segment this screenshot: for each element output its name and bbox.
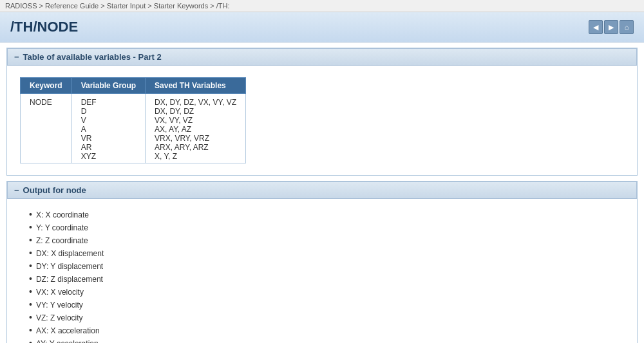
list-item: AY: Y acceleration bbox=[29, 337, 628, 343]
variables-table: Keyword Variable Group Saved TH Variable… bbox=[20, 77, 246, 163]
output-collapse-icon[interactable]: − bbox=[14, 185, 19, 195]
nav-buttons: ◀ ▶ ⌂ bbox=[589, 20, 634, 34]
collapse-icon[interactable]: − bbox=[14, 52, 19, 62]
table-keyword-cell: NODE bbox=[21, 94, 72, 163]
table-saved-cell: DX, DY, DZ, VX, VY, VZDX, DY, DZVX, VY, … bbox=[146, 94, 246, 163]
list-item: Z: Z coordinate bbox=[29, 234, 628, 246]
list-item: AX: X acceleration bbox=[29, 324, 628, 337]
col-variable-group: Variable Group bbox=[71, 78, 145, 94]
nav-back-button[interactable]: ◀ bbox=[589, 20, 603, 34]
output-section: − Output for node X: X coordinateY: Y co… bbox=[6, 181, 638, 343]
main-content: − Table of available variables - Part 2 … bbox=[0, 48, 644, 343]
table-row: A bbox=[81, 125, 136, 134]
table-section-header: − Table of available variables - Part 2 bbox=[7, 48, 637, 66]
breadcrumb: RADIOSS > Reference Guide > Starter Inpu… bbox=[0, 0, 644, 12]
list-item: Y: Y coordinate bbox=[29, 221, 628, 234]
table-row: DX, DY, DZ bbox=[155, 107, 236, 116]
table-row: XYZ bbox=[81, 152, 136, 161]
output-section-title: Output for node bbox=[23, 185, 86, 195]
nav-home-button[interactable]: ⌂ bbox=[620, 20, 634, 34]
output-section-header: − Output for node bbox=[7, 181, 637, 199]
list-item: VY: Y velocity bbox=[29, 298, 628, 311]
output-section-body: X: X coordinateY: Y coordinateZ: Z coord… bbox=[7, 199, 637, 343]
output-list: X: X coordinateY: Y coordinateZ: Z coord… bbox=[16, 205, 628, 343]
table-row: VRX, VRY, VRZ bbox=[155, 134, 236, 143]
col-saved-th: Saved TH Variables bbox=[146, 78, 246, 94]
table-row: ARX, ARY, ARZ bbox=[155, 143, 236, 152]
list-item: DZ: Z displacement bbox=[29, 272, 628, 285]
page-title: /TH/NODE bbox=[10, 19, 78, 35]
table-row: VR bbox=[81, 134, 136, 143]
table-section: − Table of available variables - Part 2 … bbox=[6, 48, 638, 176]
table-row: X, Y, Z bbox=[155, 152, 236, 161]
table-section-body: Keyword Variable Group Saved TH Variable… bbox=[7, 66, 637, 175]
table-row: D bbox=[81, 107, 136, 116]
table-groups-cell: DEFDVAVRARXYZ bbox=[71, 94, 145, 163]
list-item: VX: X velocity bbox=[29, 285, 628, 298]
table-row: DEF bbox=[81, 98, 136, 107]
table-row: DX, DY, DZ, VX, VY, VZ bbox=[155, 98, 236, 107]
col-keyword: Keyword bbox=[21, 78, 72, 94]
page-header: /TH/NODE ◀ ▶ ⌂ bbox=[0, 12, 644, 42]
list-item: X: X coordinate bbox=[29, 208, 628, 221]
list-item: DY: Y displacement bbox=[29, 259, 628, 272]
table-row: VX, VY, VZ bbox=[155, 116, 236, 125]
table-section-title: Table of available variables - Part 2 bbox=[23, 52, 162, 62]
table-row: AX, AY, AZ bbox=[155, 125, 236, 134]
list-item: VZ: Z velocity bbox=[29, 311, 628, 324]
list-item: DX: X displacement bbox=[29, 246, 628, 259]
table-row: AR bbox=[81, 143, 136, 152]
nav-forward-button[interactable]: ▶ bbox=[604, 20, 618, 34]
table-row: V bbox=[81, 116, 136, 125]
